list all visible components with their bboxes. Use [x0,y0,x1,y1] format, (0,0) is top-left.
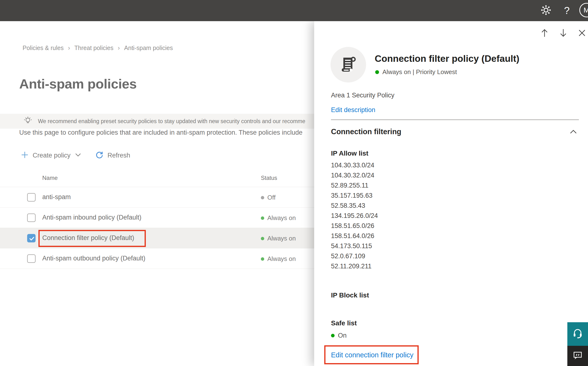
breadcrumb-item: Anti-spam policies [124,45,173,52]
status-label: Off [267,194,276,201]
policy-name: Connection filter policy (Default) [42,234,134,242]
page-title: Anti-spam policies [19,76,137,92]
policy-status: Off [261,194,276,201]
banner-text: We recommend enabling preset security po… [38,118,305,125]
connection-filtering-heading: Connection filtering [331,128,401,136]
previous-item-button[interactable] [539,28,550,39]
ip-allow-list-values: 104.30.33.0/24104.30.32.0/2452.89.255.11… [331,160,378,271]
ip-address: 52.58.35.43 [331,201,378,211]
flyout-status: Always on | Priority Lowest [375,68,457,76]
policy-status: Always on [261,255,296,263]
row-checkbox[interactable] [27,214,36,222]
create-policy-button[interactable]: Create policy [21,151,81,160]
safe-list-status: On [331,332,347,339]
plus-icon [21,151,29,160]
support-button[interactable] [567,322,588,346]
row-checkbox[interactable] [27,254,36,263]
lightbulb-icon [23,116,33,127]
chevron-up-icon [570,129,577,135]
close-icon [578,29,586,38]
help-button[interactable]: ? [559,0,574,21]
status-dot-icon [261,237,264,240]
status-dot-icon [261,257,264,261]
account-avatar[interactable]: M [579,3,588,17]
column-header-status[interactable]: Status [261,175,277,181]
status-label: Always on [267,214,296,222]
edit-connection-filter-policy-link[interactable]: Edit connection filter policy [331,351,413,359]
status-label: Always on [267,235,296,242]
policy-name: Anti-spam inbound policy (Default) [42,214,141,221]
ip-address: 52.0.67.109 [331,251,378,261]
ip-address: 104.30.33.0/24 [331,160,378,170]
collapse-section-button[interactable] [568,128,579,137]
chevron-right-icon: › [118,44,120,52]
status-dot-icon [331,334,335,337]
next-item-button[interactable] [558,28,569,39]
flyout-status-label: Always on | Priority Lowest [382,68,457,76]
ip-address: 134.195.26.0/24 [331,211,378,221]
ip-allow-list-label: IP Allow list [331,150,368,157]
breadcrumb: Policies & rules›Threat policies›Anti-sp… [22,44,173,52]
column-header-name[interactable]: Name [42,175,58,181]
breadcrumb-item[interactable]: Threat policies [74,45,114,52]
settings-button[interactable] [538,0,554,21]
arrow-up-icon [540,28,549,39]
chevron-down-icon [75,153,81,158]
ip-block-list-label: IP Block list [331,291,369,299]
flyout-title: Connection filter policy (Default) [375,53,519,64]
refresh-label: Refresh [108,152,130,159]
ip-address: 52.89.255.11 [331,180,378,191]
policy-status: Always on [261,235,296,242]
policy-status: Always on [261,214,296,222]
status-dot-icon [375,70,379,74]
status-dot-icon [261,216,264,220]
toolbar: Create policy Refresh [21,149,130,162]
feedback-bubble-icon [572,350,583,362]
chevron-right-icon: › [68,44,70,52]
ip-address: 104.30.32.0/24 [331,170,378,180]
row-checkbox[interactable] [27,234,36,242]
policy-name: anti-spam [42,193,71,201]
breadcrumb-item[interactable]: Policies & rules [22,45,64,52]
divider [331,120,579,120]
ip-address: 54.173.50.115 [331,241,378,251]
feedback-button[interactable] [567,346,588,366]
top-app-bar: ? M [0,0,588,21]
create-policy-label: Create policy [33,152,71,159]
close-flyout-button[interactable] [576,28,588,39]
safe-list-value: On [338,332,347,339]
scroll-policy-icon [338,54,358,75]
page-description: Use this page to configure policies that… [19,129,302,136]
refresh-button[interactable]: Refresh [95,151,130,160]
row-checkbox[interactable] [27,193,36,201]
edit-description-link[interactable]: Edit description [331,106,375,114]
safe-list-label: Safe list [331,319,357,327]
ip-address: 158.51.64.0/26 [331,231,378,241]
status-label: Always on [267,255,296,263]
ip-address: 158.51.65.0/26 [331,221,378,231]
status-dot-icon [261,196,264,199]
arrow-down-icon [559,28,568,39]
gear-icon [540,5,551,17]
refresh-icon [95,151,104,160]
help-icon: ? [564,5,570,16]
ip-address: 35.157.195.63 [331,191,378,201]
policy-details-flyout: Connection filter policy (Default) Alway… [314,21,588,366]
policy-avatar [331,47,366,83]
ip-address: 52.11.209.211 [331,261,378,271]
policy-name: Anti-spam outbound policy (Default) [42,255,145,262]
policy-description: Area 1 Security Policy [331,92,394,99]
headset-icon [572,328,584,341]
